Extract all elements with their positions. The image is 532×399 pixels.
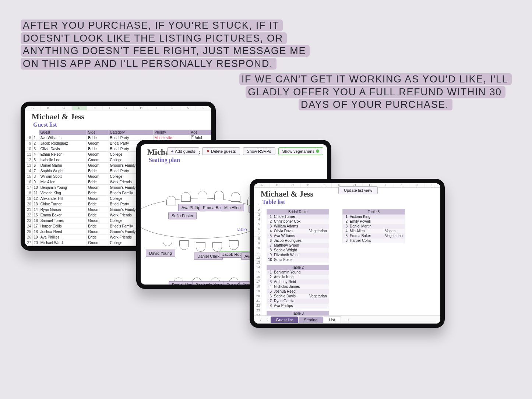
guest-chip[interactable]: Benjamin Young <box>192 281 228 289</box>
table-row[interactable]: 2Amelia King <box>267 275 329 280</box>
seat-diet[interactable] <box>308 234 329 239</box>
table-row[interactable]: 1Benjamin Young <box>267 270 329 275</box>
col-header[interactable]: Guest <box>39 130 87 135</box>
guest-chip[interactable]: Sofia Foster <box>168 212 197 219</box>
seat-diet[interactable]: Vegetarian <box>384 234 405 239</box>
col-header[interactable]: Side <box>87 130 109 135</box>
seat-diet[interactable] <box>384 215 405 219</box>
guest-side[interactable]: Bride <box>87 201 109 207</box>
seat-name[interactable]: Benjamin Young <box>273 270 308 275</box>
show-vegetarians-button[interactable]: Show vegetarians <box>278 147 323 155</box>
table-row[interactable]: 3William Adams <box>267 224 329 229</box>
guest-side[interactable]: Groom <box>87 174 109 179</box>
tab-next-icon[interactable]: › <box>264 318 270 322</box>
seat-diet[interactable] <box>308 215 329 219</box>
table-row[interactable]: 7Matthew Green <box>267 243 329 248</box>
chair-icon[interactable] <box>198 191 207 200</box>
seat-diet[interactable] <box>384 219 405 224</box>
seat-name[interactable]: Jacob Rodriguez <box>273 239 308 243</box>
guest-name[interactable]: Alexander Hill <box>39 196 87 201</box>
seat-name[interactable]: Victoria King <box>349 215 384 219</box>
chair-icon[interactable] <box>214 191 224 200</box>
tab-seating[interactable]: Seating <box>299 317 323 323</box>
seat-diet[interactable] <box>308 280 329 285</box>
guest-side[interactable]: Bride <box>87 234 109 240</box>
seat-diet[interactable] <box>308 304 329 308</box>
guest-side[interactable]: Groom <box>87 218 109 223</box>
seat-name[interactable]: Mia Allen <box>349 229 384 234</box>
guest-side[interactable]: Bride <box>87 212 109 218</box>
seat-diet[interactable] <box>308 224 329 229</box>
table-row[interactable]: 4Mia AllenVegan <box>342 229 405 234</box>
guest-chip[interactable]: David Young <box>146 250 175 257</box>
guest-side[interactable]: Groom <box>87 185 109 190</box>
seat-name[interactable]: Amelia King <box>273 275 308 280</box>
table-row[interactable]: 1Chloe Turner <box>267 215 329 219</box>
seat-diet[interactable] <box>308 248 329 253</box>
seat-name[interactable]: Ava Williams <box>273 234 308 239</box>
update-list-view-button[interactable]: Update list view <box>338 186 378 194</box>
guest-side[interactable]: Bride <box>87 246 109 251</box>
seat-name[interactable]: Harper Collis <box>349 239 384 243</box>
guest-name[interactable]: Emma Baker <box>39 212 87 218</box>
seat-name[interactable]: Anthony Reid <box>273 280 308 285</box>
guest-name[interactable]: Chloe Turner <box>39 201 87 207</box>
guest-side[interactable]: Bride <box>87 168 109 174</box>
seat-name[interactable]: Christopher Cox <box>273 219 308 224</box>
seat-diet[interactable]: Vegan <box>384 229 405 234</box>
guest-name[interactable]: Daniel Martin <box>39 163 87 168</box>
table-row[interactable]: 6Sophia DavisVegetarian <box>267 294 329 299</box>
table-row[interactable]: 5Joshua Reed <box>267 289 329 294</box>
seat-diet[interactable] <box>384 224 405 229</box>
seat-diet[interactable] <box>308 219 329 224</box>
guest-name[interactable]: Victoria King <box>39 190 87 196</box>
table-row[interactable]: 1Victoria King <box>342 215 405 219</box>
seat-diet[interactable]: Vegetarian <box>308 229 329 234</box>
seat-name[interactable]: Joshua Reed <box>273 289 308 294</box>
seat-diet[interactable] <box>308 270 329 275</box>
seat-name[interactable]: Matthew Green <box>273 243 308 248</box>
guest-name[interactable]: Mia Allen <box>39 179 87 185</box>
table-row[interactable]: 4Nicholas James <box>267 285 329 289</box>
col-header[interactable]: Category <box>109 130 153 135</box>
seat-diet[interactable] <box>384 239 405 243</box>
table-row[interactable]: 8Sophia Wright <box>267 248 329 253</box>
guest-name[interactable]: Sophia Wright <box>39 168 87 174</box>
seat-name[interactable]: Sophia Wright <box>273 248 308 253</box>
seat-diet[interactable]: Vegetarian <box>308 294 329 299</box>
seat-diet[interactable] <box>308 258 329 262</box>
seat-name[interactable]: Ava Phillips <box>273 304 308 308</box>
tab-list[interactable]: List <box>324 316 341 323</box>
seat-diet[interactable] <box>308 275 329 280</box>
seat-name[interactable]: Daniel Martin <box>349 224 384 229</box>
guest-side[interactable]: Groom <box>87 196 109 201</box>
seat-name[interactable]: Sofia Foster <box>273 258 308 262</box>
guest-name[interactable]: Ava Phillips <box>39 234 87 240</box>
add-guests-button[interactable]: +Add guests <box>167 147 199 155</box>
show-rsvps-button[interactable]: Show RSVPs <box>243 147 275 155</box>
seat-name[interactable]: William Adams <box>273 224 308 229</box>
seat-name[interactable]: Sophia Davis <box>273 294 308 299</box>
guest-name[interactable]: William Scott <box>39 174 87 179</box>
delete-guests-button[interactable]: ✕Delete guests <box>202 147 240 155</box>
seat-name[interactable]: Olivia Davis <box>273 229 308 234</box>
table-row[interactable]: 2Emily Powell <box>342 219 405 224</box>
guest-name[interactable]: Ava Williams <box>39 135 87 141</box>
guest-name[interactable]: Olivia Davis <box>39 146 87 152</box>
chair-icon[interactable] <box>163 237 172 246</box>
table-row[interactable]: 5Ava Williams <box>267 234 329 239</box>
table-list-sheet[interactable]: Bridal Table1Chloe Turner2Christopher Co… <box>254 207 440 328</box>
seat-name[interactable]: Nicholas James <box>273 285 308 289</box>
table-row[interactable]: 3Daniel Martin <box>342 224 405 229</box>
guest-side[interactable]: Groom <box>87 141 109 146</box>
guest-name[interactable]: Harper Collis <box>39 223 87 229</box>
guest-side[interactable]: Bride <box>87 146 109 152</box>
col-header[interactable]: Priority <box>153 130 190 135</box>
chair-icon[interactable] <box>212 242 222 252</box>
table-row[interactable]: 5Emma BakerVegetarian <box>342 234 405 239</box>
seat-name[interactable]: Elizabeth White <box>273 253 308 258</box>
table-row[interactable]: 8Ava Phillips <box>267 304 329 308</box>
table-row[interactable]: 3Daniel Clarke <box>267 326 329 328</box>
guest-chip[interactable]: Daniel Clark <box>194 253 223 260</box>
guest-name[interactable]: Jacob Rodriguez <box>39 141 87 146</box>
